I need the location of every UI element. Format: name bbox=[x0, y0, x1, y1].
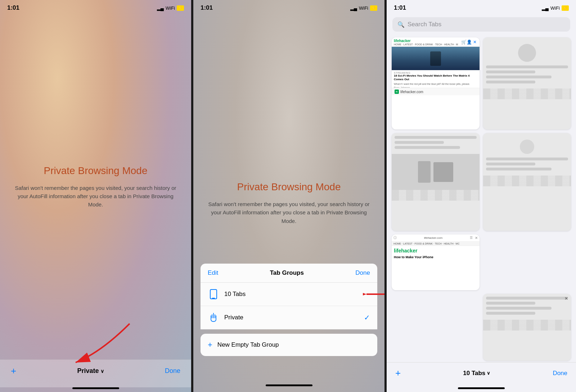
favicon: lh bbox=[395, 90, 399, 94]
tabs-grid: lifehacker HOME · LATEST · FOOD & DRINK … bbox=[387, 36, 576, 362]
private-browsing-title-p2: Private Browsing Mode bbox=[237, 181, 341, 193]
tab-card-blurred-1[interactable] bbox=[483, 37, 571, 129]
red-arrow-10tabs bbox=[363, 287, 384, 301]
new-empty-tab-group-section[interactable]: + New Empty Tab Group bbox=[201, 334, 377, 356]
tab-group-10tabs-label: 10 Tabs bbox=[224, 291, 370, 298]
panel3-tabs-view: 1:01 ▂▄ WiFi ⚡ 🔍 Search Tabs lifehacker … bbox=[387, 0, 576, 392]
tab-card-blurred-4[interactable]: ✕ bbox=[483, 294, 571, 361]
tab-card-blurred-3[interactable] bbox=[483, 133, 571, 231]
battery-icon-p1: ⚡ bbox=[177, 5, 184, 11]
private-browsing-desc-p2: Safari won't remember the pages you visi… bbox=[204, 200, 374, 225]
tab-groups-list: 10 Tabs bbox=[201, 283, 377, 329]
status-time-p3: 1:01 bbox=[394, 4, 406, 12]
blurred-preview-4 bbox=[483, 294, 571, 320]
battery-icon-p3: ⚡ bbox=[562, 5, 569, 11]
chevron-down-icon-p1: ∨ bbox=[100, 368, 104, 374]
tab-group-10tabs[interactable]: 10 Tabs bbox=[201, 283, 377, 306]
popup-title: Tab Groups bbox=[270, 269, 304, 277]
status-icons-p2: ▂▄ WiFi ⚡ bbox=[350, 5, 377, 11]
new-empty-tab-group-label: New Empty Tab Group bbox=[217, 341, 279, 348]
wifi-icon-p2: WiFi bbox=[359, 5, 368, 11]
bottom-tab-logo: lifehacker bbox=[392, 246, 480, 254]
svg-rect-2 bbox=[212, 298, 215, 298]
status-bar-p1: 1:01 ▂▄ WiFi ⚡ bbox=[0, 0, 191, 14]
done-button-p1[interactable]: Done bbox=[165, 367, 180, 375]
menu-icon: ☰ bbox=[470, 236, 473, 240]
search-tabs-placeholder: Search Tabs bbox=[408, 21, 441, 28]
blurred-strip bbox=[483, 88, 571, 99]
close-icon-blurred[interactable]: ✕ bbox=[564, 296, 568, 301]
popup-header: Edit Tab Groups Done bbox=[201, 264, 377, 283]
blurred-chart bbox=[392, 154, 480, 190]
tab-group-selector-p3[interactable]: 10 Tabs ∨ bbox=[463, 370, 490, 377]
edit-tab-groups-button[interactable]: Edit bbox=[208, 269, 218, 277]
popup-done-button[interactable]: Done bbox=[355, 269, 370, 277]
plus-icon: + bbox=[208, 340, 212, 350]
tab-group-private[interactable]: Private ✓ bbox=[201, 306, 377, 329]
tab-card-lifehacker[interactable]: lifehacker HOME · LATEST · FOOD & DRINK … bbox=[392, 37, 480, 129]
checkmark-icon: ✓ bbox=[364, 313, 370, 322]
wifi-icon-p3: WiFi bbox=[550, 5, 560, 11]
signal-icon-p2: ▂▄ bbox=[350, 5, 357, 11]
blurred-strip-2 bbox=[392, 190, 480, 201]
new-tab-button-p3[interactable]: + bbox=[395, 368, 401, 379]
bottom-tab-header: ⓘ lifehacker.com ☰ ✕ bbox=[392, 234, 480, 242]
bottom-tab-nav: HOME · LATEST · FOOD & DRINK · TECH · HE… bbox=[392, 242, 480, 246]
blurred-preview bbox=[483, 37, 571, 88]
tab-card-lifehacker-bottom[interactable]: ⓘ lifehacker.com ☰ ✕ HOME · LATEST · FOO… bbox=[392, 234, 480, 290]
battery-icon-p2: ⚡ bbox=[370, 5, 377, 11]
blur-circle bbox=[518, 44, 536, 62]
signal-icon-p1: ▂▄ bbox=[157, 5, 164, 11]
status-bar-p3: 1:01 ▂▄ WiFi ⚡ bbox=[387, 0, 576, 14]
article-text: STREAMING 18 Sci-Fi Movies You Should Wa… bbox=[392, 70, 480, 88]
blurred-strip-4 bbox=[483, 320, 571, 331]
info-icon: ⓘ bbox=[393, 236, 397, 240]
blurred-preview-2 bbox=[392, 133, 480, 154]
hand-icon bbox=[208, 312, 219, 323]
private-browsing-desc-p1: Safari won't remember the pages you visi… bbox=[11, 184, 180, 209]
status-time-p2: 1:01 bbox=[201, 4, 213, 12]
tab-card-preview: lifehacker HOME · LATEST · FOOD & DRINK … bbox=[392, 37, 480, 88]
bottom-bar-p3: + 10 Tabs ∨ Done bbox=[387, 362, 576, 387]
wifi-icon-p1: WiFi bbox=[166, 5, 175, 11]
home-indicator-p2 bbox=[266, 384, 312, 386]
private-browsing-title-p1: Private Browsing Mode bbox=[44, 165, 148, 177]
status-bar-p2: 1:01 ▂▄ WiFi ⚡ bbox=[193, 0, 384, 14]
blurred-preview-3 bbox=[483, 133, 571, 176]
signal-icon-p3: ▂▄ bbox=[542, 5, 549, 11]
status-time-p1: 1:01 bbox=[7, 4, 19, 12]
chevron-down-icon-p3: ∨ bbox=[487, 370, 490, 376]
panel1-private-browsing: 1:01 ▂▄ WiFi ⚡ Private Browsing Mode Saf… bbox=[0, 0, 191, 392]
status-icons-p1: ▂▄ WiFi ⚡ bbox=[157, 5, 184, 11]
bottom-bar-p1: + Private ∨ Done bbox=[0, 359, 191, 387]
search-icon: 🔍 bbox=[397, 21, 405, 28]
blurred-strip-3 bbox=[483, 176, 571, 186]
tab-card-footer: lh lifehacker.com bbox=[392, 88, 480, 95]
new-empty-tab-group-item[interactable]: + New Empty Tab Group bbox=[201, 334, 377, 356]
tab-card-blurred-2[interactable] bbox=[392, 133, 480, 231]
status-icons-p3: ▂▄ WiFi ⚡ bbox=[542, 4, 569, 12]
panel2-tab-groups: 1:01 ▂▄ WiFi ⚡ Private Browsing Mode Saf… bbox=[193, 0, 384, 392]
bottom-tab-title: How to Make Your iPhone bbox=[392, 254, 480, 260]
article-image bbox=[392, 47, 480, 70]
new-tab-button-p1[interactable]: + bbox=[11, 365, 16, 377]
home-indicator-p1 bbox=[72, 387, 119, 389]
tab-group-private-label: Private bbox=[224, 314, 364, 321]
search-tabs-bar[interactable]: 🔍 Search Tabs bbox=[392, 17, 570, 32]
tab-groups-popup: Edit Tab Groups Done 10 Tabs bbox=[201, 264, 377, 356]
close-icon[interactable]: ✕ bbox=[475, 236, 478, 240]
private-browsing-info-p1: Private Browsing Mode Safari won't remem… bbox=[0, 14, 191, 359]
private-label-p1[interactable]: Private ∨ bbox=[77, 367, 104, 375]
phone-icon bbox=[208, 288, 219, 300]
done-button-p3[interactable]: Done bbox=[553, 370, 567, 377]
home-indicator-p3 bbox=[458, 387, 505, 389]
svg-rect-1 bbox=[210, 290, 217, 299]
